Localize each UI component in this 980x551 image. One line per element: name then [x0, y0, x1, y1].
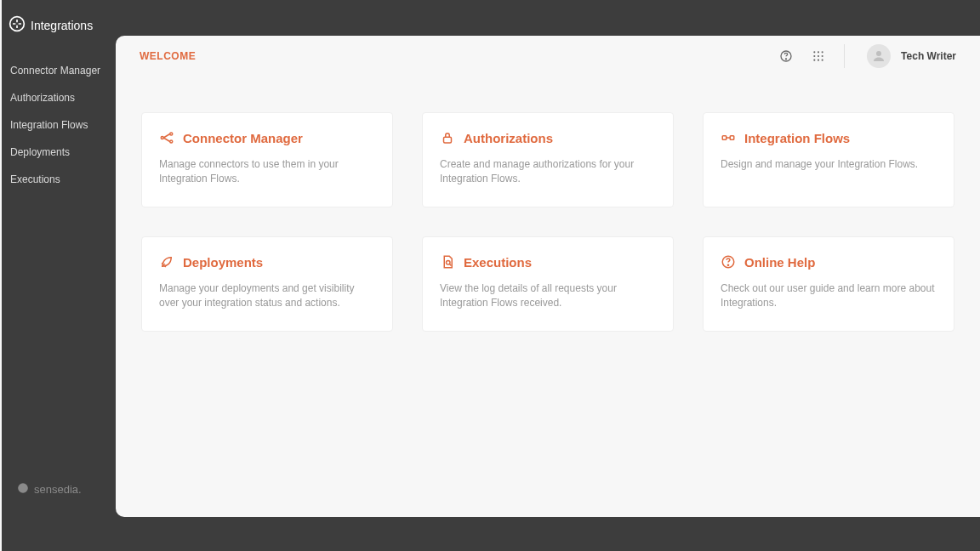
brand-text: sensedia. [34, 483, 82, 496]
svg-point-8 [818, 55, 819, 57]
flow-icon [721, 130, 736, 145]
avatar [867, 44, 891, 68]
product-name: Integrations [31, 19, 93, 32]
card-desc: Check out our user guide and learn more … [721, 281, 937, 310]
card-executions[interactable]: Executions View the log details of all r… [422, 236, 674, 332]
user-menu[interactable]: Tech Writer [863, 44, 956, 68]
svg-point-5 [818, 51, 819, 53]
card-title: Authorizations [464, 131, 553, 145]
card-desc: Create and manage authorizations for you… [440, 157, 656, 186]
search-doc-icon [440, 254, 455, 270]
sidebar-nav: Connector Manager Authorizations Integra… [2, 53, 116, 197]
card-online-help[interactable]: Online Help Check out our user guide and… [703, 236, 954, 332]
svg-point-1 [18, 483, 28, 493]
connector-icon [159, 130, 174, 145]
main-panel: WELCOME Tech Writer [116, 36, 980, 517]
svg-point-14 [161, 137, 163, 139]
sidebar-item-integration-flows[interactable]: Integration Flows [2, 112, 116, 138]
integrations-icon [9, 15, 26, 36]
card-title: Connector Manager [183, 131, 303, 145]
svg-point-6 [822, 51, 823, 53]
card-desc: Design and manage your Integration Flows… [721, 157, 937, 172]
sidebar-item-executions[interactable]: Executions [2, 167, 116, 192]
svg-point-4 [813, 51, 815, 53]
sidebar: Integrations Connector Manager Authoriza… [0, 0, 116, 551]
svg-point-22 [727, 264, 728, 265]
sidebar-item-deployments[interactable]: Deployments [2, 139, 116, 165]
svg-point-10 [813, 60, 815, 61]
lock-icon [440, 130, 455, 145]
topbar: WELCOME Tech Writer [116, 36, 980, 77]
card-connector-manager[interactable]: Connector Manager Manage connectors to u… [141, 112, 393, 207]
card-integration-flows[interactable]: Integration Flows Design and manage your… [703, 112, 954, 207]
username: Tech Writer [901, 50, 956, 62]
apps-grid-icon[interactable] [812, 49, 825, 63]
content: Connector Manager Manage connectors to u… [116, 77, 980, 517]
card-deployments[interactable]: Deployments Manage your deployments and … [141, 236, 393, 332]
sidebar-item-connector-manager[interactable]: Connector Manager [2, 58, 116, 83]
svg-point-16 [170, 140, 173, 143]
svg-point-13 [876, 51, 881, 56]
svg-point-3 [786, 59, 787, 60]
brand-footer: sensedia. [2, 482, 116, 551]
brand-icon [17, 482, 29, 497]
svg-point-7 [813, 55, 815, 57]
card-title: Deployments [183, 255, 263, 270]
topbar-divider [844, 44, 845, 68]
rocket-icon [159, 254, 174, 270]
svg-point-11 [818, 60, 819, 61]
svg-rect-17 [444, 137, 452, 143]
svg-point-15 [170, 133, 173, 135]
sidebar-item-authorizations[interactable]: Authorizations [2, 85, 116, 111]
card-desc: Manage connectors to use them in your In… [159, 157, 375, 186]
help-icon[interactable] [779, 49, 793, 63]
topbar-actions: Tech Writer [779, 44, 956, 68]
card-title: Executions [464, 255, 532, 270]
svg-point-9 [822, 55, 823, 57]
svg-point-0 [10, 17, 25, 31]
card-grid: Connector Manager Manage connectors to u… [141, 112, 954, 332]
card-title: Online Help [744, 255, 815, 270]
svg-point-12 [822, 60, 823, 61]
card-desc: Manage your deployments and get visibili… [159, 281, 375, 310]
product-logo[interactable]: Integrations [2, 7, 116, 53]
card-title: Integration Flows [744, 131, 850, 145]
card-desc: View the log details of all requests you… [440, 281, 656, 310]
svg-rect-18 [722, 136, 726, 140]
card-authorizations[interactable]: Authorizations Create and manage authori… [422, 112, 674, 207]
svg-rect-19 [730, 136, 734, 140]
page-title: WELCOME [140, 50, 196, 62]
help-circle-icon [721, 254, 736, 270]
